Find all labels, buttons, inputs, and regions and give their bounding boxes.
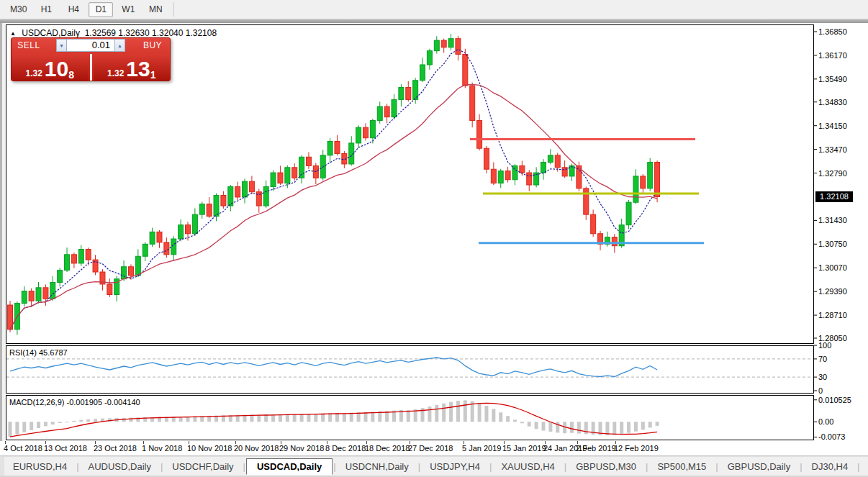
chart-tab-gbpusd[interactable]: GBPUSD,Daily	[719, 459, 799, 474]
sell-button[interactable]: SELL	[12, 40, 46, 50]
price-axis-label: 1.35490	[818, 75, 847, 83]
mt4-window: M30H1H4D1W1MN ▲ USDCAD,Daily 1.32569 1.3…	[0, 0, 868, 477]
date-axis-label: 18 Dec 2018	[365, 444, 410, 453]
price-axis-label: 1.36170	[818, 51, 847, 60]
chart-ohlc-values: 1.32569 1.32630 1.32040 1.32108	[85, 28, 217, 38]
chart-tab-usdcad[interactable]: USDCAD,Daily	[246, 458, 333, 475]
date-axis-label: 10 Nov 2018	[187, 444, 232, 453]
chart-tab-eurusd[interactable]: EURUSD,H4	[4, 459, 76, 474]
buy-price-prefix: 1.32	[107, 68, 124, 78]
window-top-edge	[0, 19, 868, 23]
macd-axis-label: -0.0073	[818, 432, 845, 441]
macd-axis-label: 0.00	[818, 417, 833, 426]
date-axis-label: 27 Dec 2018	[408, 444, 453, 453]
timeframe-button-w1[interactable]: W1	[116, 2, 140, 17]
price-axis-label: 1.34150	[818, 122, 847, 130]
chart-tab-bar: EURUSD,H4|AUDUSD,Daily|USDCHF,Daily|USDC…	[0, 457, 868, 476]
price-axis-label: 1.30070	[818, 263, 847, 272]
date-axis-label: 2 Feb 2019	[576, 444, 616, 453]
price-axis-label: 1.34830	[818, 98, 847, 106]
sell-price-tile[interactable]: 1.32108	[12, 54, 89, 81]
volume-input[interactable]: 0.01	[67, 39, 114, 52]
buy-price-big: 13	[126, 60, 150, 78]
sell-price-pip: 8	[68, 71, 74, 78]
buy-price-pip: 1	[150, 71, 156, 78]
date-axis-label: 20 Nov 2018	[234, 444, 279, 453]
price-axis-label: 1.33470	[818, 145, 847, 154]
macd-axis-label: 0.010525	[818, 396, 851, 404]
chart-title: ▲ USDCAD,Daily 1.32569 1.32630 1.32040 1…	[10, 28, 217, 38]
chart-tab-usdcnh[interactable]: USDCNH,Daily	[337, 459, 417, 474]
chart-tab-tech100[interactable]: TECH100,H1	[861, 459, 868, 474]
window-left-edge-inner	[2, 23, 6, 477]
collapse-triangle-icon[interactable]: ▲	[10, 30, 16, 37]
date-axis-label: 29 Nov 2018	[279, 444, 324, 453]
price-axis-label: 1.36850	[818, 27, 847, 36]
price-axis-label: 1.29390	[818, 287, 847, 296]
price-axis-label: 1.28710	[818, 311, 847, 319]
quote-tile-divider	[90, 54, 92, 81]
price-axis-label: 1.32790	[818, 169, 847, 178]
date-axis-label: 4 Oct 2018	[4, 444, 42, 453]
timeframe-button-h4[interactable]: H4	[61, 2, 86, 17]
date-axis-label: 5 Jan 2019	[462, 444, 501, 453]
volume-stepper: ▼ 0.01 ▲	[46, 39, 135, 52]
chart-tab-gbpusd[interactable]: GBPUSD,M30	[567, 459, 645, 474]
date-axis-label: 8 Dec 2018	[325, 444, 366, 453]
timeframe-button-m30[interactable]: M30	[6, 2, 31, 17]
volume-increase-icon[interactable]: ▲	[114, 39, 125, 52]
sell-price-big: 10	[45, 60, 68, 78]
date-axis-label: 13 Oct 2018	[44, 444, 87, 453]
chart-tab-usdjpy[interactable]: USDJPY,H4	[421, 459, 489, 474]
timeframe-button-mn[interactable]: MN	[143, 2, 168, 17]
timeframe-toolbar: M30H1H4D1W1MN	[0, 0, 868, 19]
chart-tab-dj30[interactable]: DJ30,H4	[803, 459, 857, 474]
macd-label: MACD(12,26,9) -0.001905 -0.004140	[9, 398, 140, 406]
trade-panel-quotes: 1.32108 1.32131	[12, 54, 170, 81]
chart-tab-usdchf[interactable]: USDCHF,Daily	[163, 459, 242, 474]
rsi-axis-label: 100	[818, 341, 831, 350]
rsi-axis-label: 0	[818, 386, 823, 395]
sell-price-prefix: 1.32	[25, 68, 42, 78]
timeframe-button-d1[interactable]: D1	[89, 2, 113, 17]
chart-tab-audusd[interactable]: AUDUSD,Daily	[80, 459, 160, 474]
trade-panel-top-row: SELL ▼ 0.01 ▲ BUY	[12, 38, 170, 53]
rsi-label: RSI(14) 45.6787	[9, 348, 68, 357]
date-axis-label: 12 Feb 2019	[614, 444, 659, 453]
date-axis-label: 1 Nov 2018	[142, 444, 182, 453]
date-axis-label: 15 Jan 2019	[502, 444, 546, 453]
rsi-axis-label: 30	[818, 373, 827, 381]
toolbar-separator	[173, 2, 174, 17]
chart-tab-xauusd[interactable]: XAUUSD,H4	[492, 459, 563, 474]
chart-tab-sp500[interactable]: SP500,M15	[648, 459, 715, 474]
timeframe-button-h1[interactable]: H1	[34, 2, 58, 17]
chart-symbol: USDCAD,Daily	[22, 28, 80, 38]
current-price-tag: 1.32108	[815, 191, 853, 202]
buy-button[interactable]: BUY	[135, 40, 170, 50]
rsi-axis-label: 70	[818, 355, 827, 363]
one-click-trade-panel: SELL ▼ 0.01 ▲ BUY 1.32108 1.32131	[11, 37, 171, 81]
date-axis-label: 23 Oct 2018	[94, 444, 137, 453]
volume-decrease-icon[interactable]: ▼	[56, 39, 67, 52]
date-axis: 4 Oct 201813 Oct 201823 Oct 20181 Nov 20…	[0, 441, 868, 455]
buy-price-tile[interactable]: 1.32131	[94, 54, 171, 81]
price-axis-label: 1.31430	[818, 216, 847, 224]
price-axis-label: 1.30750	[818, 240, 847, 248]
rsi-indicator-panel[interactable]	[6, 345, 814, 394]
